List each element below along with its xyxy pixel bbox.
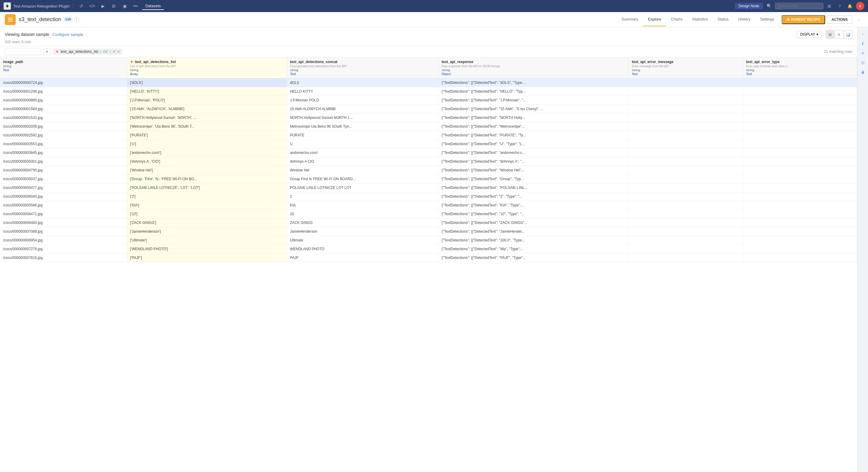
filter-icon-col: ▼ — [130, 60, 134, 64]
table-row[interactable]: /coco/000000007816.jpg['PAJF']PAJF{"Text… — [0, 253, 857, 262]
table-row[interactable]: /coco/000000007278.jpg['WENDLAND PHOTO']… — [0, 245, 857, 253]
table-cell — [743, 192, 857, 201]
display-button[interactable]: DISPLAY ▾ — [797, 31, 822, 38]
table-cell: ['J.P.Moroan', 'POLO'] — [127, 96, 287, 105]
code-icon[interactable]: </> — [88, 2, 96, 10]
table-row[interactable]: /coco/000000005586.jpg['KIA']KIA{"TextDe… — [0, 201, 857, 210]
col-header-error-message[interactable]: text_api_error_message Error message fro… — [629, 57, 743, 78]
grid-icon[interactable]: ⊞ — [825, 2, 834, 10]
sidebar-back-icon[interactable]: ‹ — [859, 30, 867, 38]
table-cell: /coco/000000006954.jpg — [0, 236, 127, 245]
table-row[interactable]: /coco/000000006954.jpg['Ultimate']Ultima… — [0, 236, 857, 245]
table-cell: ['HELLO', 'KITTY'] — [127, 87, 287, 96]
type-object-link[interactable]: Object — [441, 72, 451, 76]
col-header-error-type[interactable]: text_api_error_type Error type (module a… — [743, 57, 857, 78]
dataset-help-icon[interactable]: ? — [74, 17, 80, 22]
col-header-api-response[interactable]: text_api_response Raw response from the … — [438, 57, 628, 78]
table-cell: /coco/000000001584.jpg — [0, 105, 127, 114]
actions-button[interactable]: ACTIONS — [827, 15, 852, 24]
table-row[interactable]: /coco/000000001532.jpg['NORTH Hollywood … — [0, 114, 857, 122]
sidebar-list-icon[interactable]: ≡ — [859, 49, 867, 57]
table-row[interactable]: /coco/000000003553.jpg['U']U{"TextDetect… — [0, 140, 857, 149]
table-row[interactable]: /coco/000000005037.jpg['Group', 'First',… — [0, 175, 857, 184]
table-cell: {"TextDetections": [{"DetectedText": "dO… — [438, 78, 628, 87]
sidebar-badge-icon[interactable]: 4 — [859, 68, 867, 77]
play-icon[interactable]: ▶ — [99, 2, 107, 10]
table-row[interactable]: /coco/000000000724.jpg['dOLS']dOLS{"Text… — [0, 78, 857, 87]
table-cell — [743, 157, 857, 166]
table-row[interactable]: /coco/000000006460.jpg['ZACK GINGG']ZACK… — [0, 219, 857, 227]
top-bar: Test Amazon Rekognition Plugin ↺ </> ▶ ⊞… — [0, 0, 868, 12]
table-row[interactable]: /coco/000000001584.jpg['15 Aldh', 'ALDWY… — [0, 105, 857, 114]
search-icon[interactable]: 🔍 — [765, 2, 773, 10]
notifications-icon[interactable]: 🔔 — [846, 2, 854, 10]
table-row[interactable]: /coco/000000001296.jpg['HELLO', 'KITTY']… — [0, 87, 857, 96]
table-cell: {"TextDetections": [{"DetectedText": "Ja… — [438, 227, 628, 236]
table-cell: KIA — [287, 201, 438, 210]
view-toggle: ⊞ ≡ 📊 — [826, 30, 852, 39]
back-arrow-icon[interactable]: › — [855, 15, 863, 24]
filter-reset-icon[interactable]: ↺ — [113, 50, 115, 54]
more-icon[interactable]: ••• — [131, 2, 140, 10]
tab-statistics[interactable]: Statistics — [687, 13, 713, 26]
tab-settings[interactable]: Settings — [755, 13, 779, 26]
design-node-button[interactable]: Design Node — [735, 3, 763, 9]
table-row[interactable]: /coco/000000003845.jpg['andomecho.com!']… — [0, 149, 857, 157]
search-input[interactable] — [775, 3, 823, 9]
list-view-button[interactable]: ≡ — [835, 30, 843, 39]
table-row[interactable]: /coco/000000006040.jpg['2']2{"TextDetect… — [0, 192, 857, 201]
table-row[interactable]: /coco/000000000885.jpg['J.P.Moroan', 'PO… — [0, 96, 857, 105]
configure-sample-link[interactable]: Configure sample — [53, 32, 83, 37]
sidebar-connect-icon[interactable]: ⊙ — [859, 59, 867, 67]
divider — [73, 3, 73, 9]
table-cell — [629, 166, 743, 175]
grid-view-button[interactable]: ⊞ — [826, 30, 834, 39]
table-row[interactable]: /coco/000000002592.jpg['PURATE']PURATE{"… — [0, 131, 857, 140]
type-text-errtype-link[interactable]: Text — [746, 72, 752, 76]
table-cell: /coco/000000007088.jpg — [0, 227, 127, 236]
table-cell — [743, 96, 857, 105]
table-cell: 2 — [287, 192, 438, 201]
table-cell: {"TextDetections": [{"DetectedText": "Wp… — [438, 245, 628, 253]
deploy-icon[interactable]: ⊞ — [110, 2, 118, 10]
type-text-error-link[interactable]: Text — [632, 72, 638, 76]
type-text-concat-link[interactable]: Text — [290, 72, 296, 76]
table-cell — [629, 227, 743, 236]
filter-delete-icon[interactable]: ✕ — [117, 50, 120, 54]
table-row[interactable]: /coco/000000006471.jpg['10']10{"TextDete… — [0, 210, 857, 219]
table-row[interactable]: /coco/000000002006.jpg['Metrocentpe', 'U… — [0, 122, 857, 131]
type-array-link[interactable]: Array — [130, 72, 138, 76]
table-row[interactable]: /coco/000000005001.jpg['dohnnys A', 'CIO… — [0, 157, 857, 166]
type-text-link[interactable]: Text — [3, 68, 9, 72]
table-cell: ['2'] — [127, 192, 287, 201]
tab-status[interactable]: Status — [713, 13, 734, 26]
table-cell — [629, 245, 743, 253]
tab-history[interactable]: History — [734, 13, 755, 26]
table-cell: {"TextDetections": [{"DetectedText": "HE… — [438, 87, 628, 96]
filter-search-input[interactable] — [5, 48, 41, 55]
table-row[interactable]: /coco/000000005477.jpg['POLSAIE LINLE LO… — [0, 184, 857, 192]
tab-summary[interactable]: Summary — [617, 13, 643, 26]
table-cell: ['KIA'] — [127, 201, 287, 210]
user-avatar[interactable]: A — [856, 2, 864, 10]
col-header-detections-concat[interactable]: text_api_detections_concat Concatenated … — [287, 57, 438, 78]
tab-explore[interactable]: Explore — [643, 13, 666, 26]
sidebar-info-icon[interactable]: ℹ — [859, 39, 867, 48]
filter-dropdown[interactable]: ▾ — [43, 48, 51, 55]
col-header-image-path[interactable]: image_path string Text — [0, 57, 127, 78]
refresh-icon[interactable]: ↺ — [77, 2, 85, 10]
dataset-badge[interactable]: S3R — [64, 17, 72, 22]
table-cell: {"TextDetections": [{"DetectedText": "KI… — [438, 201, 628, 210]
viewing-label: Viewing dataset sample — [5, 32, 50, 37]
terminal-icon[interactable]: ▣ — [120, 2, 129, 10]
table-row[interactable]: /coco/000000004795.jpg['Window Hel']Wind… — [0, 166, 857, 175]
table-row[interactable]: /coco/000000007088.jpg['JamieHenderson']… — [0, 227, 857, 236]
chart-view-button[interactable]: 📊 — [844, 30, 852, 39]
col-header-detections-list[interactable]: ▼ text_api_detections_list List of text … — [127, 57, 287, 78]
help-icon[interactable]: ? — [835, 2, 844, 10]
dataset-name: s3_text_detection — [19, 16, 61, 23]
parent-recipe-button[interactable]: ⚙ PARENT RECIPE — [782, 15, 825, 24]
tab-charts[interactable]: Charts — [666, 13, 687, 26]
datasets-tab[interactable]: Datasets — [142, 2, 163, 10]
table-cell — [629, 219, 743, 227]
